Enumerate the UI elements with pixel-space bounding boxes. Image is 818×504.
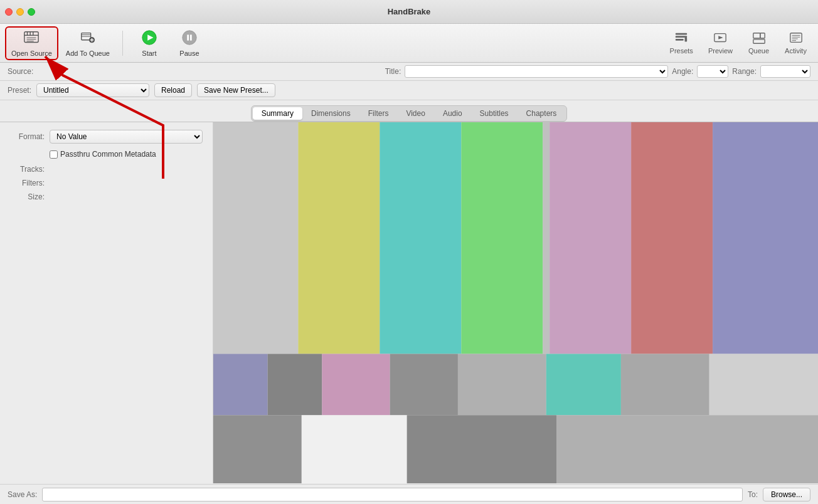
- add-to-queue-icon: [80, 29, 96, 48]
- format-row: Format: No Value: [10, 130, 203, 144]
- title-select[interactable]: [405, 65, 668, 78]
- start-button[interactable]: Start: [130, 26, 168, 60]
- svg-rect-48: [302, 415, 407, 483]
- svg-marker-22: [719, 36, 723, 39]
- open-source-button[interactable]: Open Source: [5, 26, 58, 60]
- svg-rect-37: [631, 122, 713, 354]
- filters-label: Filters:: [10, 179, 45, 187]
- svg-rect-45: [621, 354, 709, 416]
- preset-select[interactable]: Untitled: [36, 83, 149, 97]
- svg-point-14: [183, 30, 196, 44]
- minimize-button[interactable]: [16, 8, 24, 16]
- passthru-label: Passthru Common Metadata: [60, 150, 156, 159]
- preview-icon: [713, 31, 727, 45]
- queue-icon: [752, 31, 766, 45]
- save-as-label: Save As:: [8, 490, 37, 499]
- tab-group: Summary Dimensions Filters Video Audio S…: [251, 105, 568, 122]
- preview-button[interactable]: Preview: [702, 26, 739, 60]
- toolbar-separator-1: [122, 31, 123, 56]
- to-label: To:: [748, 490, 758, 499]
- presets-icon: [674, 31, 688, 45]
- source-row: Source: Title: Angle: Range:: [0, 63, 818, 81]
- add-to-queue-button[interactable]: Add To Queue: [61, 26, 115, 60]
- svg-rect-25: [753, 39, 764, 43]
- pause-label: Pause: [179, 50, 199, 57]
- tab-chapters[interactable]: Chapters: [518, 107, 566, 120]
- toolbar: Open Source Add To Queue Start: [0, 24, 818, 63]
- svg-rect-24: [760, 33, 764, 38]
- activity-button[interactable]: Activity: [778, 26, 813, 60]
- bottom-bar: Save As: To: Browse...: [0, 484, 818, 504]
- tab-subtitles[interactable]: Subtitles: [471, 107, 518, 120]
- add-to-queue-label: Add To Queue: [66, 50, 110, 57]
- queue-button[interactable]: Queue: [741, 26, 776, 60]
- left-panel: Format: No Value Passthru Common Metadat…: [0, 122, 213, 483]
- maximize-button[interactable]: [28, 8, 35, 16]
- size-label: Size:: [10, 192, 45, 201]
- pause-button[interactable]: Pause: [171, 26, 208, 60]
- tracks-row: Tracks:: [10, 165, 203, 174]
- svg-rect-17: [676, 33, 687, 35]
- passthru-checkbox[interactable]: [50, 150, 58, 159]
- svg-rect-38: [713, 122, 818, 354]
- svg-rect-39: [213, 354, 268, 416]
- filters-row: Filters:: [10, 179, 203, 187]
- save-as-input[interactable]: [42, 488, 743, 501]
- reload-button[interactable]: Reload: [154, 83, 192, 97]
- open-source-icon: [23, 29, 40, 48]
- svg-rect-32: [298, 122, 380, 354]
- queue-label: Queue: [748, 47, 769, 55]
- svg-rect-43: [458, 354, 546, 416]
- activity-icon: [789, 31, 803, 45]
- svg-rect-20: [685, 38, 688, 41]
- tab-video[interactable]: Video: [397, 107, 433, 120]
- range-select[interactable]: [760, 65, 810, 78]
- activity-label: Activity: [785, 47, 807, 55]
- toolbar-right: Presets Preview Queue: [664, 26, 813, 60]
- tab-audio[interactable]: Audio: [434, 107, 471, 120]
- format-label: Format:: [10, 132, 45, 141]
- size-row: Size:: [10, 192, 203, 201]
- tab-summary[interactable]: Summary: [253, 107, 302, 120]
- svg-rect-33: [380, 122, 461, 354]
- presets-button[interactable]: Presets: [664, 26, 699, 60]
- svg-rect-44: [546, 354, 621, 416]
- tab-filters[interactable]: Filters: [359, 107, 398, 120]
- svg-rect-42: [390, 354, 458, 416]
- browse-button[interactable]: Browse...: [763, 488, 810, 501]
- app-title: HandBrake: [388, 7, 431, 16]
- preview-area: [213, 122, 818, 483]
- main-content: Format: No Value Passthru Common Metadat…: [0, 122, 818, 483]
- svg-rect-47: [213, 415, 302, 483]
- passthru-row: Passthru Common Metadata: [50, 150, 203, 159]
- svg-rect-41: [322, 354, 390, 416]
- svg-rect-34: [461, 122, 543, 354]
- preset-label: Preset:: [8, 86, 31, 95]
- svg-rect-16: [190, 34, 192, 40]
- close-button[interactable]: [5, 8, 13, 16]
- svg-rect-18: [676, 36, 687, 38]
- svg-rect-19: [676, 39, 684, 41]
- source-label: Source:: [8, 67, 33, 76]
- color-preview-svg: [213, 122, 818, 483]
- pause-icon: [181, 29, 198, 48]
- preview-label: Preview: [708, 47, 733, 55]
- svg-rect-26: [790, 33, 801, 43]
- traffic-lights: [5, 8, 35, 16]
- range-label: Range:: [732, 67, 757, 76]
- svg-rect-36: [550, 122, 631, 354]
- tab-dimensions[interactable]: Dimensions: [302, 107, 359, 120]
- angle-label: Angle:: [672, 67, 693, 76]
- preset-row: Preset: Untitled Reload Save New Preset.…: [0, 81, 818, 100]
- svg-rect-46: [709, 354, 818, 416]
- tabs-row: Summary Dimensions Filters Video Audio S…: [0, 100, 818, 122]
- tracks-label: Tracks:: [10, 165, 45, 174]
- open-source-label: Open Source: [11, 50, 52, 57]
- svg-rect-0: [24, 31, 38, 42]
- angle-select[interactable]: [697, 65, 728, 78]
- title-label: Title:: [385, 67, 401, 76]
- svg-rect-31: [213, 122, 298, 354]
- save-new-preset-button[interactable]: Save New Preset...: [197, 83, 275, 97]
- presets-label: Presets: [670, 47, 693, 55]
- format-select[interactable]: No Value: [50, 130, 203, 144]
